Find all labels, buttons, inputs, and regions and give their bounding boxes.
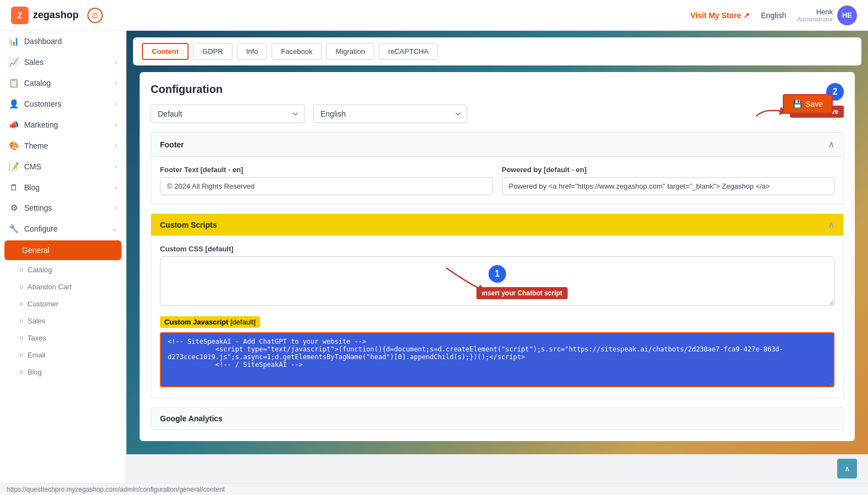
sidebar-item-configure[interactable]: 🔧 Configure ⌄ bbox=[0, 218, 126, 239]
tab-content[interactable]: Content bbox=[142, 43, 189, 60]
sidebar-label-marketing: Marketing bbox=[24, 120, 58, 129]
status-bar: https://questtechpro.myzegashop.com/admi… bbox=[0, 483, 868, 495]
sidebar-sub-item-customer[interactable]: Customer bbox=[0, 295, 126, 312]
scroll-top-button[interactable]: ∧ bbox=[837, 459, 857, 479]
store-dropdown[interactable]: Default bbox=[151, 105, 305, 123]
sidebar-toggle-button[interactable]: ⊙ bbox=[87, 8, 103, 23]
tab-facebook[interactable]: Facebook bbox=[272, 43, 322, 60]
sidebar-label-theme: Theme bbox=[24, 141, 48, 150]
sidebar-item-blog[interactable]: 🗒 Blog › bbox=[0, 177, 126, 197]
footer-form-row: Footer Text [default - en] Powered by [d… bbox=[160, 166, 834, 195]
language-dropdown[interactable]: English bbox=[313, 105, 467, 123]
marketing-icon: 📣 bbox=[9, 120, 19, 130]
google-analytics-section: Google Analytics bbox=[151, 407, 844, 430]
sidebar-sub-item-email[interactable]: Email bbox=[0, 346, 126, 364]
chevron-right-icon: › bbox=[115, 58, 117, 66]
footer-section-label: Footer bbox=[160, 140, 184, 149]
custom-scripts-label: Custom Scripts bbox=[160, 221, 217, 229]
logo-text: zegashop bbox=[33, 9, 79, 21]
config-panel: Configuration 2 💾 Save bbox=[140, 72, 855, 441]
custom-js-textarea[interactable]: <!-- SiteSpeakAI - Add ChatGPT to your w… bbox=[160, 332, 834, 387]
sidebar-label-cms: CMS bbox=[24, 162, 41, 171]
top-header: Z zegashop ⊙ Visit My Store ↗ English He… bbox=[0, 0, 868, 31]
sidebar-sub-label-email: Email bbox=[27, 351, 46, 359]
dashboard-icon: 📊 bbox=[9, 36, 19, 46]
sidebar-sub-item-taxes[interactable]: Taxes bbox=[0, 329, 126, 346]
catalog-icon: 📋 bbox=[9, 78, 19, 88]
customers-icon: 👤 bbox=[9, 99, 19, 109]
footer-chevron-icon: ∧ bbox=[828, 139, 834, 150]
blog-icon: 🗒 bbox=[9, 183, 19, 192]
sidebar-sub-label-general: General bbox=[22, 246, 49, 255]
sidebar-sub-item-catalog[interactable]: Catalog bbox=[0, 261, 126, 278]
custom-js-group: Custom Javascript [default] <!-- SiteSpe… bbox=[160, 316, 834, 389]
dot-icon bbox=[20, 371, 23, 374]
sidebar-sub-item-sales[interactable]: Sales bbox=[0, 312, 126, 329]
dot-icon bbox=[20, 320, 23, 323]
chevron-right-icon: › bbox=[115, 204, 117, 212]
sidebar-sub-label-taxes: Taxes bbox=[27, 334, 46, 342]
tab-recaptcha[interactable]: reCAPTCHA bbox=[379, 43, 438, 60]
sidebar-label-configure: Configure bbox=[24, 224, 58, 233]
sidebar-item-theme[interactable]: 🎨 Theme › bbox=[0, 135, 126, 156]
tabs-bar: Content GDPR Info Facebook Migration reC… bbox=[133, 37, 861, 65]
footer-section-header: Footer ∧ bbox=[151, 132, 844, 157]
status-url: https://questtechpro.myzegashop.com/admi… bbox=[7, 486, 225, 493]
chevron-right-icon: › bbox=[115, 100, 117, 108]
google-analytics-label: Google Analytics bbox=[160, 414, 223, 423]
header-right: Visit My Store ↗ English Henk Administra… bbox=[690, 6, 857, 25]
sidebar-item-cms[interactable]: 📝 CMS › bbox=[0, 156, 126, 177]
save-label: Save bbox=[805, 100, 823, 108]
dot-icon bbox=[20, 337, 23, 340]
custom-js-label: Custom Javascript [default] bbox=[160, 316, 260, 328]
user-role: Administrator bbox=[797, 16, 833, 23]
sidebar-item-settings[interactable]: ⚙ Settings › bbox=[0, 197, 126, 218]
sidebar-item-sales[interactable]: 📈 Sales › bbox=[0, 52, 126, 73]
active-dot-icon bbox=[13, 249, 16, 252]
footer-text-input[interactable] bbox=[160, 177, 493, 195]
footer-text-group: Footer Text [default - en] bbox=[160, 166, 493, 195]
sales-icon: 📈 bbox=[9, 57, 19, 67]
sidebar-sub-label-blog: Blog bbox=[27, 368, 42, 376]
tab-gdpr[interactable]: GDPR bbox=[193, 43, 233, 60]
user-name: Henk bbox=[797, 8, 833, 16]
save-icon: 💾 bbox=[793, 100, 802, 108]
sidebar-sub-item-general[interactable]: General bbox=[4, 240, 121, 260]
sidebar-item-marketing[interactable]: 📣 Marketing › bbox=[0, 114, 126, 135]
logo-area: Z zegashop ⊙ bbox=[11, 7, 137, 24]
step1-badge: 1 bbox=[489, 265, 506, 283]
powered-by-label: Powered by [default - en] bbox=[502, 166, 835, 174]
sidebar-sub-label-customer: Customer bbox=[27, 300, 58, 308]
chevron-right-icon: › bbox=[115, 163, 117, 170]
sidebar-label-customers: Customers bbox=[24, 100, 62, 108]
custom-css-label: Custom CSS [default] bbox=[160, 245, 834, 253]
logo-icon: Z bbox=[11, 7, 29, 24]
sidebar-sub-item-blog[interactable]: Blog bbox=[0, 364, 126, 381]
sidebar-sub-item-abandon-cart[interactable]: Abandon Cart bbox=[0, 278, 126, 295]
save-button-wrapper: 2 💾 Save bbox=[754, 83, 844, 118]
tab-info[interactable]: Info bbox=[237, 43, 268, 60]
user-info: Henk Administrator HE bbox=[797, 6, 857, 25]
sidebar: 📊 Dashboard 📈 Sales › 📋 Catalog › 👤 Cust… bbox=[0, 31, 126, 495]
dot-icon bbox=[20, 302, 23, 306]
arrow-icon bbox=[754, 105, 787, 118]
configure-icon: 🔧 bbox=[9, 224, 19, 234]
tab-migration[interactable]: Migration bbox=[326, 43, 374, 60]
chevron-right-icon: › bbox=[115, 142, 117, 150]
sidebar-item-catalog[interactable]: 📋 Catalog › bbox=[0, 73, 126, 94]
visit-store-label: Visit My Store bbox=[690, 11, 741, 20]
sidebar-label-catalog: Catalog bbox=[24, 79, 51, 87]
external-link-icon: ↗ bbox=[743, 11, 750, 20]
custom-scripts-header: Custom Scripts ∧ bbox=[151, 213, 844, 236]
chevron-right-icon: › bbox=[115, 79, 117, 87]
visit-store-link[interactable]: Visit My Store ↗ bbox=[690, 11, 750, 20]
theme-icon: 🎨 bbox=[9, 141, 19, 151]
save-button[interactable]: 💾 Save bbox=[783, 94, 833, 114]
content-area: Content GDPR Info Facebook Migration reC… bbox=[126, 31, 868, 495]
step1-wrapper: 1 Insert your Chatbot script bbox=[160, 256, 834, 307]
sidebar-item-dashboard[interactable]: 📊 Dashboard bbox=[0, 31, 126, 52]
sidebar-item-customers[interactable]: 👤 Customers › bbox=[0, 94, 126, 114]
powered-by-input[interactable] bbox=[502, 177, 835, 195]
chevron-right-icon: › bbox=[115, 184, 117, 191]
cms-icon: 📝 bbox=[9, 162, 19, 172]
